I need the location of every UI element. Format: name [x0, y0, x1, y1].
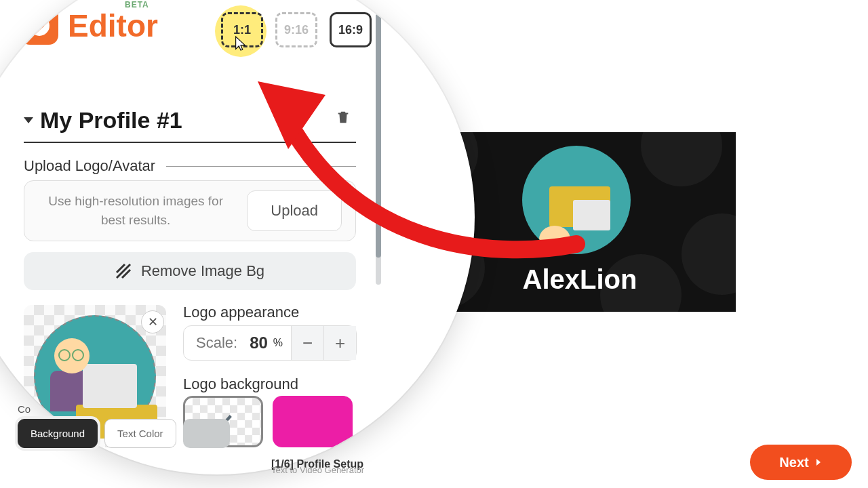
remove-bg-button[interactable]: Remove Image Bg: [24, 252, 356, 290]
scale-unit: %: [273, 337, 283, 349]
chevron-right-icon: [814, 458, 823, 466]
next-label: Next: [779, 455, 808, 470]
app-name: Editor: [68, 7, 158, 44]
scale-label: Scale:: [184, 334, 250, 352]
chip-third[interactable]: [183, 419, 230, 448]
ratio-9-16-button[interactable]: 9:16: [275, 12, 317, 47]
upload-box: Use high-resolution images for best resu…: [24, 180, 356, 241]
avatar-remove-button[interactable]: ✕: [141, 310, 164, 333]
color-section-prefix: Co: [18, 403, 31, 415]
appearance-label: Logo appearance: [183, 304, 299, 321]
logo-bg-label: Logo background: [183, 375, 298, 393]
section-header[interactable]: My Profile #1: [24, 107, 356, 143]
section-title: My Profile #1: [40, 107, 182, 134]
ratio-16-9-button[interactable]: 16:9: [330, 12, 372, 47]
wizard-footer: [1/6] Profile Setup Text to Video Genera…: [271, 447, 852, 481]
delete-profile-icon[interactable]: [336, 110, 351, 126]
panel-scrollbar[interactable]: [376, 14, 381, 285]
scale-increase-button[interactable]: +: [323, 326, 356, 360]
app-logo-icon: [20, 7, 58, 45]
beta-badge: BETA: [125, 0, 149, 9]
preview-username: AlexLion: [424, 264, 736, 295]
scale-control: Scale: 80 % − +: [183, 325, 357, 361]
preview-avatar: [522, 146, 631, 254]
upload-button[interactable]: Upload: [247, 190, 342, 231]
chip-background[interactable]: Background: [18, 419, 98, 448]
editor-panel-lens: Editor BETA 1:1 9:16 16:9 My Profile #1 …: [0, 0, 475, 474]
upload-hint: Use high-resolution images for best resu…: [38, 192, 233, 230]
app-header: Editor: [20, 7, 158, 45]
hatch-icon: [115, 263, 132, 279]
step-subtitle: Text to Video Generator: [271, 465, 364, 475]
collapse-caret-icon[interactable]: [24, 117, 33, 123]
scale-decrease-button[interactable]: −: [291, 326, 323, 360]
color-target-chips: Background Text Color: [18, 419, 230, 448]
remove-bg-label: Remove Image Bg: [141, 262, 264, 280]
chip-text-color[interactable]: Text Color: [104, 419, 176, 448]
next-button[interactable]: Next: [750, 445, 852, 480]
pointer-cursor-icon: [233, 35, 248, 53]
upload-section-label: Upload Logo/Avatar: [24, 157, 155, 175]
bg-swatch-color[interactable]: [273, 396, 353, 447]
